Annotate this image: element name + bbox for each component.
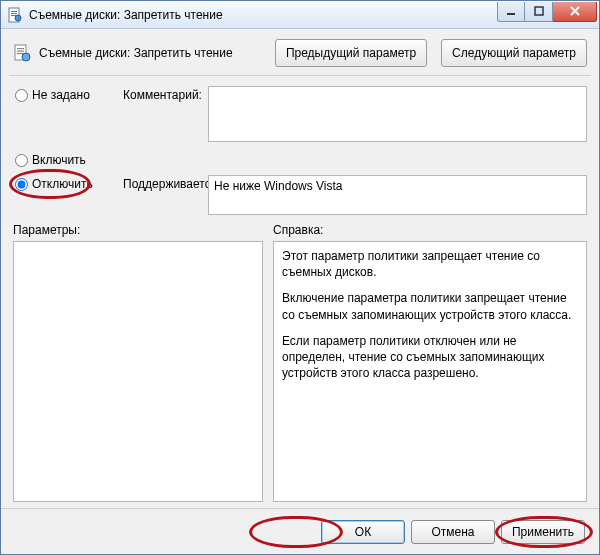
window-controls — [497, 2, 597, 22]
help-paragraph: Этот параметр политики запрещает чтение … — [282, 248, 578, 280]
options-column: Параметры: — [13, 223, 263, 502]
supported-on-box: Не ниже Windows Vista — [208, 175, 587, 215]
minimize-button[interactable] — [497, 2, 525, 22]
radio-not-configured-input[interactable] — [15, 89, 28, 102]
svg-rect-1 — [11, 11, 17, 12]
svg-rect-8 — [17, 48, 24, 49]
help-paragraph: Включение параметра политики запрещает ч… — [282, 290, 578, 322]
comment-label: Комментарий: — [123, 86, 208, 102]
help-paragraph: Если параметр политики отключен или не о… — [282, 333, 578, 382]
cancel-button[interactable]: Отмена — [411, 520, 495, 544]
header-row: Съемные диски: Запретить чтение Предыдущ… — [1, 29, 599, 75]
policy-title: Съемные диски: Запретить чтение — [39, 46, 267, 60]
comment-textarea[interactable] — [208, 86, 587, 142]
help-label: Справка: — [273, 223, 587, 237]
svg-rect-9 — [17, 51, 24, 52]
apply-button[interactable]: Применить — [501, 520, 585, 544]
options-pane[interactable] — [13, 241, 263, 502]
ok-button[interactable]: ОК — [321, 520, 405, 544]
dialog-window: Съемные диски: Запретить чтение Съемные … — [0, 0, 600, 555]
supported-label: Поддерживается: — [123, 175, 208, 191]
help-column: Справка: Этот параметр политики запрещае… — [273, 223, 587, 502]
help-pane[interactable]: Этот параметр политики запрещает чтение … — [273, 241, 587, 502]
lower-panes: Параметры: Справка: Этот параметр полити… — [1, 217, 599, 506]
previous-setting-button[interactable]: Предыдущий параметр — [275, 39, 427, 67]
footer: ОК Отмена Применить — [1, 508, 599, 554]
close-button[interactable] — [553, 2, 597, 22]
titlebar: Съемные диски: Запретить чтение — [1, 1, 599, 29]
radio-enabled[interactable]: Включить — [15, 151, 123, 169]
maximize-button[interactable] — [525, 2, 553, 22]
separator — [9, 75, 591, 76]
svg-point-11 — [22, 53, 30, 61]
svg-point-4 — [15, 15, 21, 21]
radio-disabled-input[interactable] — [15, 178, 28, 191]
radio-not-configured-label: Не задано — [32, 88, 90, 102]
config-area: Не задано Комментарий: Включить Отключит… — [1, 82, 599, 217]
radio-disabled[interactable]: Отключить — [15, 175, 123, 193]
radio-enabled-input[interactable] — [15, 154, 28, 167]
options-label: Параметры: — [13, 223, 263, 237]
window-title: Съемные диски: Запретить чтение — [29, 8, 497, 22]
radio-not-configured[interactable]: Не задано — [15, 86, 123, 104]
policy-icon — [13, 44, 31, 62]
radio-disabled-label: Отключить — [32, 177, 93, 191]
policy-file-icon — [7, 7, 23, 23]
svg-rect-5 — [507, 13, 515, 15]
supported-on-text: Не ниже Windows Vista — [214, 179, 343, 193]
svg-rect-6 — [535, 7, 543, 15]
svg-rect-2 — [11, 13, 17, 14]
next-setting-button[interactable]: Следующий параметр — [441, 39, 587, 67]
radio-enabled-label: Включить — [32, 153, 86, 167]
